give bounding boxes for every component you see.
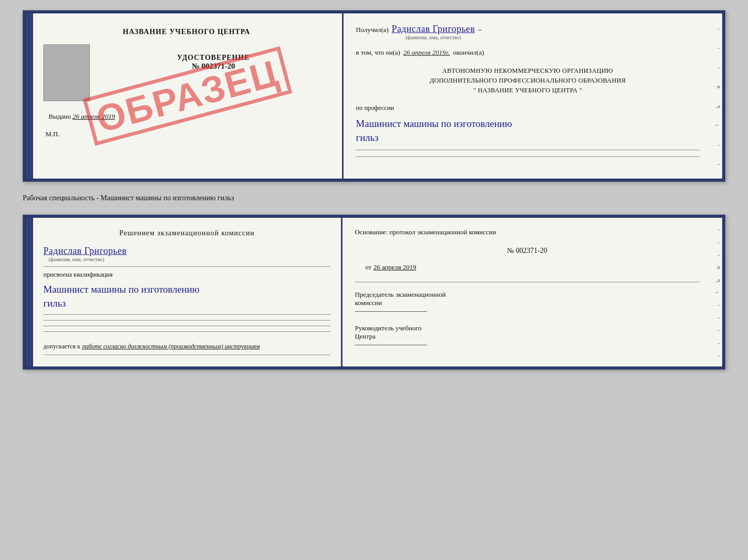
quote-open: " [473, 87, 478, 94]
bottom-right-edge-dashes: – – – и ,а ← – – – – – [708, 218, 722, 366]
top-doc-left: НАЗВАНИЕ УЧЕБНОГО ЦЕНТРА УДОСТОВЕРЕНИЕ №… [33, 13, 344, 179]
divider-2 [356, 156, 699, 157]
bottom-divider-5 [43, 331, 331, 332]
prisvoena-label: присвоена квалификация [43, 271, 331, 279]
vtom-label: в том, что он(а) [356, 49, 400, 57]
predsedatel-label1: Председатель экзаменационной [355, 291, 699, 299]
top-document: НАЗВАНИЕ УЧЕБНОГО ЦЕНТРА УДОСТОВЕРЕНИЕ №… [23, 10, 725, 182]
rukovoditel-block: Руководитель учебного Центра [355, 324, 699, 346]
poluchil-block: Получил(а) Радислав Григорьев (фамилия, … [356, 24, 699, 40]
vydano-line: Выдано 26 апреля 2019 [43, 113, 330, 121]
predsedatel-sig-line [355, 311, 427, 312]
rukovoditel-sig-line [355, 345, 427, 345]
osnovanie-label: Основание: протокол экзаменационной коми… [355, 228, 699, 236]
org-line1: АВТОНОМНУЮ НЕКОММЕРЧЕСКУЮ ОРГАНИЗАЦИЮ [356, 66, 699, 76]
predsedatel-label2: комиссии [355, 299, 699, 307]
doc-spine-top [26, 13, 33, 179]
ot-date: 26 апреля 2019 [373, 263, 416, 271]
recipient-name-top: Радислав Григорьев [392, 24, 475, 35]
dopuskaetsya-text: работе согласно должностным (производств… [82, 343, 260, 350]
bottom-doc-left: Решением экзаменационной комиссии Радисл… [33, 218, 342, 366]
vydano-label: Выдано [49, 113, 71, 120]
mp-label: М.П. [43, 130, 330, 138]
poluchil-label: Получил(а) [356, 26, 388, 34]
qualification-line1: Машинист машины по изготовлению [43, 283, 331, 297]
dopuskaetsya-label: допускается к [43, 343, 80, 350]
qualification-handwritten: Машинист машины по изготовлению гильз [43, 283, 331, 310]
name-hint-bottom: (фамилия, имя, отчество) [43, 257, 331, 262]
quote-close: " [578, 87, 582, 94]
bottom-document: Решением экзаменационной комиссии Радисл… [23, 215, 725, 370]
top-doc-right: Получил(а) Радислав Григорьев (фамилия, … [344, 13, 708, 179]
ot-label: от [365, 263, 371, 271]
resheniem-title: Решением экзаменационной комиссии [43, 229, 331, 237]
bottom-divider-6 [43, 355, 331, 355]
recipient-name-bottom: Радислав Григорьев [43, 246, 331, 257]
rukovoditel-label1: Руководитель учебного [355, 324, 699, 332]
profession-line2: гильз [356, 131, 699, 145]
bottom-doc-right: Основание: протокол экзаменационной коми… [342, 218, 708, 366]
bottom-divider-3 [43, 320, 331, 321]
bottom-divider-2 [43, 314, 331, 315]
predsedatel-block: Председатель экзаменационной комиссии [355, 291, 699, 313]
divider-1 [356, 150, 699, 150]
qualification-line2: гильз [43, 297, 331, 311]
org-center-name: " НАЗВАНИЕ УЧЕБНОГО ЦЕНТРА " [356, 86, 699, 95]
ot-date-block: от26 апреля 2019 [355, 263, 699, 271]
photo-placeholder [43, 44, 90, 101]
protocol-number: № 002371-20 [355, 247, 699, 255]
dopuskaetsya-block: допускается к работе согласно должностны… [43, 341, 331, 350]
name-hint-top: (фамилия, имя, отчество) [406, 35, 461, 40]
completion-date-top: 26 апреля 2019г. [403, 49, 450, 57]
okonchil-label: окончил(а) [453, 49, 484, 57]
rukovoditel-label2: Центра [355, 332, 699, 341]
vydano-date: 26 апреля 2019 [73, 113, 115, 120]
top-center-name: НАЗВАНИЕ УЧЕБНОГО ЦЕНТРА [43, 28, 330, 36]
udostoverenie-block: УДОСТОВЕРЕНИЕ № 002371-20 [97, 54, 330, 71]
doc-spine-bottom [26, 218, 33, 366]
right-divider-1 [355, 282, 699, 282]
right-edge-dashes: – – – и ,а ← – – [708, 13, 722, 179]
profession-line1: Машинист машины по изготовлению [356, 117, 699, 131]
bottom-divider-4 [43, 326, 331, 326]
org-line2: ДОПОЛНИТЕЛЬНОГО ПРОФЕССИОНАЛЬНОГО ОБРАЗО… [356, 76, 699, 86]
udostoverenie-number: № 002371-20 [97, 62, 330, 71]
vtom-block: в том, что он(а) 26 апреля 2019г. окончи… [356, 49, 699, 57]
dash-separator: – [478, 26, 482, 34]
org-block: АВТОНОМНУЮ НЕКОММЕРЧЕСКУЮ ОРГАНИЗАЦИЮ ДО… [356, 66, 699, 95]
specialty-label: Рабочая специальность - Машинист машины … [23, 191, 725, 205]
po-professii-label: по профессии [356, 104, 699, 112]
bottom-divider-1 [43, 266, 331, 267]
profession-handwritten: Машинист машины по изготовлению гильз [356, 117, 699, 145]
udostoverenie-title: УДОСТОВЕРЕНИЕ [97, 54, 330, 62]
